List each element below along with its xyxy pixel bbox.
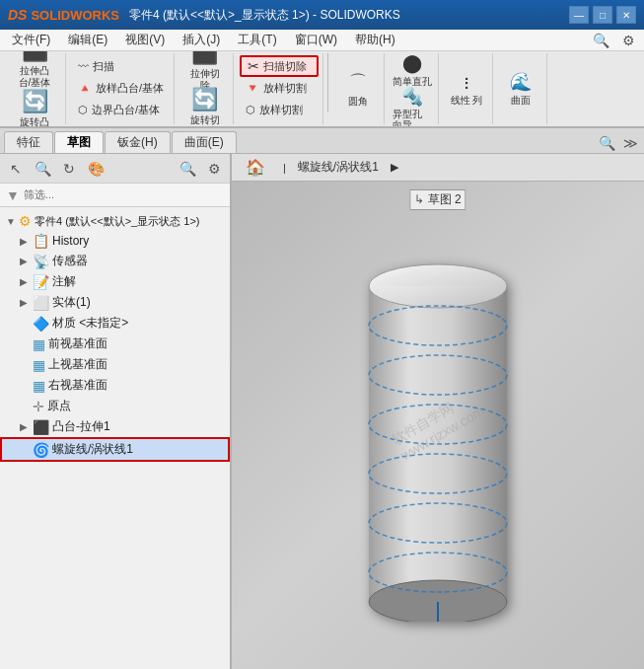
tree-item-front-plane[interactable]: ▦ 前视基准面 [0,334,230,354]
tab-search-bar: 🔍 ≫ [597,133,640,153]
extrude1-label: 凸台-拉伸1 [52,418,110,435]
tab-more-button[interactable]: ≫ [620,133,640,153]
zoom-panel-button[interactable]: 🔍 [31,157,54,181]
root-icon: ⚙ [19,213,32,229]
pattern-group: ⫶ 线性 列 [441,53,493,124]
tree-item-history[interactable]: ▶ 📋 History [0,231,230,251]
home-button[interactable]: 🏠 [240,156,271,179]
boundary-base-label: 边界凸台/基体 [92,103,160,117]
minimize-button[interactable]: — [569,6,589,24]
revolve-cut-button[interactable]: 🔄 旋转切除 [182,85,227,128]
more-views-button[interactable]: ▶ [385,159,404,176]
tab-search-button[interactable]: 🔍 [597,133,616,153]
breadcrumb-separator: | [277,160,292,176]
extrude-cut-icon: ⬛ [191,51,218,66]
linear-pattern-button[interactable]: ⫶ 线性 列 [447,71,486,107]
tab-sketch[interactable]: 草图 [54,131,104,153]
sweep-cut-button[interactable]: ✂ 扫描切除 [240,55,319,77]
loft-cut2-icon: ⬡ [246,104,255,116]
tree-item-extrude1[interactable]: ▶ ⬛ 凸台-拉伸1 [0,416,230,437]
tree-item-helix[interactable]: 🌀 螺旋线/涡状线1 [0,437,230,462]
menu-insert[interactable]: 插入(J) [175,30,228,50]
tree-root-item[interactable]: ▼ ⚙ 零件4 (默认<<默认>_显示状态 1>) [0,211,230,231]
sweep-cut-label: 扫描切除 [263,59,307,74]
wizard-hole-button[interactable]: 🔩 异型孔 向导 [393,90,432,125]
menu-bar: 文件(F) 编辑(E) 视图(V) 插入(J) 工具(T) 窗口(W) 帮助(H… [0,30,644,51]
solid-icon: ⬜ [33,295,49,311]
filter-label: 筛选... [24,187,54,202]
app-logo: DS SOLIDWORKS [8,7,119,23]
root-expand-icon: ▼ [6,216,16,227]
menu-window[interactable]: 窗口(W) [287,30,345,50]
title-bar: DS SOLIDWORKS 零件4 (默认<<默认>_显示状态 1>) - SO… [0,0,644,30]
origin-label: 原点 [47,398,71,414]
right-plane-label: 右视基准面 [48,377,107,394]
history-icon: 📋 [33,233,49,249]
origin-icon: ✛ [33,399,44,414]
fillet-button[interactable]: ⌒ 圆角 [338,71,378,107]
panel-search-button[interactable]: 🔍 [176,157,199,181]
menu-view[interactable]: 视图(V) [117,30,173,50]
viewport: 🏠 | 螺旋线/涡状线1 ▶ ↳ 草图 2 软件自学网www.rjzxw.com [232,154,644,669]
solidworks-logo: SOLIDWORKS [31,8,119,23]
history-expand-icon: ▶ [20,236,30,247]
surface-button[interactable]: 🌊 曲面 [501,71,540,107]
boundary-base-icon: ⬡ [78,104,88,116]
surface-group: 🌊 曲面 [495,53,547,124]
loft-base-button[interactable]: 🔺 放样凸台/基体 [72,77,170,99]
fillet-hole-group: ⌒ 圆角 [332,53,385,124]
toolbar-search[interactable]: 🔍 [589,29,612,52]
wizard-hole-label: 异型孔 向导 [393,109,432,129]
tab-feature[interactable]: 特征 [4,131,53,153]
extrude1-icon: ⬛ [33,419,49,435]
tree-item-solid[interactable]: ▶ ⬜ 实体(1) [0,292,230,313]
tree-item-annotation[interactable]: ▶ 📝 注解 [0,271,230,292]
close-button[interactable]: ✕ [616,6,636,24]
menu-tools[interactable]: 工具(T) [230,30,284,50]
linear-pattern-icon: ⫶ [463,73,471,94]
loft-cut-label: 放样切割 [263,81,307,96]
color-panel-button[interactable]: 🎨 [84,157,107,181]
loft-cut-button[interactable]: 🔻 放样切割 [240,77,319,99]
toolbar-divider [327,53,328,112]
sensor-icon: 📡 [33,254,49,269]
extrude-boss-button[interactable]: ⬛ 拉伸凸台/基体 [10,51,59,88]
ds-logo: DS [8,7,27,23]
annotation-icon: 📝 [33,274,49,290]
revolve-boss-button[interactable]: 🔄 旋转凸台/基体 [10,90,59,128]
tree-item-right-plane[interactable]: ▦ 右视基准面 [0,375,230,396]
sensor-label: 传感器 [52,253,88,269]
panel-options-button[interactable]: ⚙ [202,157,226,181]
menu-edit[interactable]: 编辑(E) [60,30,115,50]
sweep-button[interactable]: 〰 扫描 [72,55,151,77]
tree-item-sensor[interactable]: ▶ 📡 传感器 [0,251,230,271]
simple-hole-button[interactable]: ⬤ 简单直孔 [393,52,432,88]
panel-toolbar: ↖ 🔍 ↻ 🎨 🔍 ⚙ [0,154,230,184]
boundary-base-button[interactable]: ⬡ 边界凸台/基体 [72,99,166,120]
material-icon: 🔷 [33,316,49,332]
maximize-button[interactable]: □ [593,6,612,24]
tab-surface[interactable]: 曲面(E) [172,131,237,153]
window-title: 零件4 (默认<<默认>_显示状态 1>) - SOLIDWORKS [129,7,400,24]
rotate-panel-button[interactable]: ↻ [57,157,81,181]
loft-cut2-row: ⬡ 放样切割 [240,99,319,120]
arrow-tool-button[interactable]: ↖ [4,157,28,181]
menu-file[interactable]: 文件(F) [4,30,58,50]
tree-item-top-plane[interactable]: ▦ 上视基准面 [0,354,230,375]
boundary-base-row: ⬡ 边界凸台/基体 [72,99,170,120]
helix-icon: 🌀 [33,442,49,458]
toolbar-options[interactable]: ⚙ [616,29,640,52]
loft-cut2-button[interactable]: ⬡ 放样切割 [240,99,319,120]
material-label: 材质 <未指定> [52,315,128,332]
sweep-row: 〰 扫描 [72,55,170,77]
tree-item-material[interactable]: 🔷 材质 <未指定> [0,313,230,334]
tree-item-origin[interactable]: ✛ 原点 [0,396,230,416]
front-plane-label: 前视基准面 [48,335,107,352]
loft-base-label: 放样凸台/基体 [96,81,164,96]
window-controls[interactable]: — □ ✕ [569,6,636,24]
revolve-cut-icon: 🔄 [191,87,218,112]
tab-sheet-metal[interactable]: 钣金(H) [105,131,171,153]
menu-help[interactable]: 帮助(H) [347,30,403,50]
loft-base-icon: 🔺 [78,82,92,95]
right-plane-icon: ▦ [33,378,45,394]
